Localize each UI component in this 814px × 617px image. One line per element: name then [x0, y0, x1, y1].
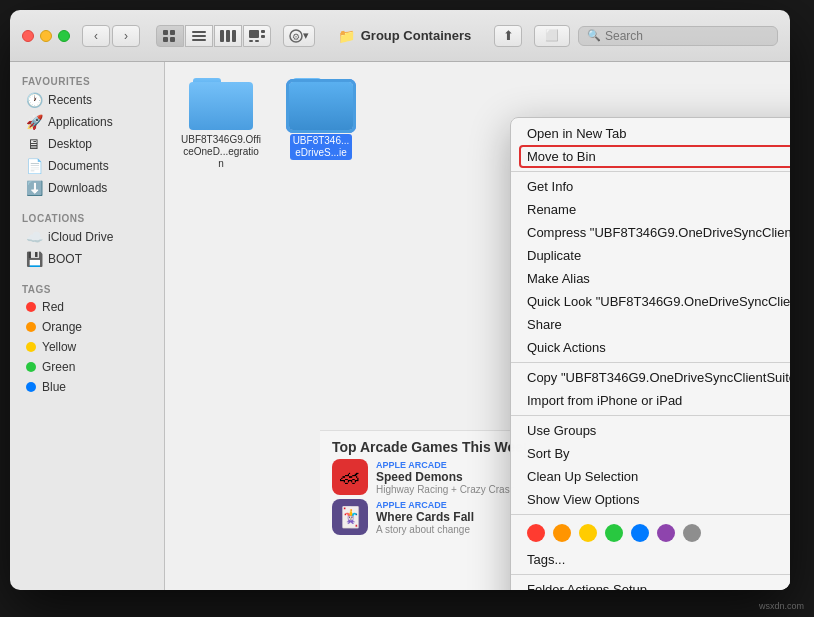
menu-item-use-groups[interactable]: Use Groups — [511, 419, 790, 442]
menu-separator-1 — [511, 171, 790, 172]
watermark: wsxdn.com — [759, 601, 804, 611]
sidebar-item-documents[interactable]: 📄 Documents — [14, 155, 160, 177]
blue-label: Blue — [42, 380, 66, 394]
action-dropdown-button[interactable]: ⚙ ▾ — [283, 25, 315, 47]
blue-tag-dot — [26, 382, 36, 392]
tag-color-purple[interactable] — [657, 524, 675, 542]
boot-label: BOOT — [48, 252, 82, 266]
sidebar-item-red[interactable]: Red — [14, 297, 160, 317]
menu-item-rename[interactable]: Rename — [511, 198, 790, 221]
tag-color-orange[interactable] — [553, 524, 571, 542]
share-button[interactable]: ⬆ — [494, 25, 522, 47]
main-content: Favourites 🕐 Recents 🚀 Applications 🖥 De… — [10, 62, 790, 590]
menu-item-tags[interactable]: Tags... — [511, 548, 790, 571]
locations-section-label: Locations — [10, 207, 164, 226]
sidebar-item-desktop[interactable]: 🖥 Desktop — [14, 133, 160, 155]
search-input[interactable] — [605, 29, 765, 43]
tag-color-red[interactable] — [527, 524, 545, 542]
sidebar-item-orange[interactable]: Orange — [14, 317, 160, 337]
menu-item-compress[interactable]: Compress "UBF8T346G9.OneDriveSyncClientS… — [511, 221, 790, 244]
orange-tag-dot — [26, 322, 36, 332]
svg-rect-7 — [220, 30, 224, 42]
svg-rect-14 — [255, 40, 259, 42]
svg-rect-0 — [163, 30, 168, 35]
title-bar: ‹ › — [10, 10, 790, 62]
sidebar-item-boot[interactable]: 💾 BOOT — [14, 248, 160, 270]
tag-color-yellow[interactable] — [579, 524, 597, 542]
favourites-section-label: Favourites — [10, 70, 164, 89]
finder-window: ‹ › — [10, 10, 790, 590]
file-item-1[interactable]: UBF8T346G9.OfficeOneD...egration — [181, 78, 261, 170]
sidebar-item-yellow[interactable]: Yellow — [14, 337, 160, 357]
desktop-icon: 🖥 — [26, 136, 42, 152]
tag-color-gray[interactable] — [683, 524, 701, 542]
context-menu: Open in New Tab Move to Bin Get Info Ren… — [510, 117, 790, 590]
menu-item-quick-actions[interactable]: Quick Actions ▶ — [511, 336, 790, 359]
green-label: Green — [42, 360, 75, 374]
menu-item-move-to-bin[interactable]: Move to Bin — [511, 145, 790, 168]
menu-separator-2 — [511, 362, 790, 363]
sidebar: Favourites 🕐 Recents 🚀 Applications 🖥 De… — [10, 62, 165, 590]
close-button[interactable] — [22, 30, 34, 42]
column-view-button[interactable] — [214, 25, 242, 47]
menu-item-show-view[interactable]: Show View Options — [511, 488, 790, 511]
svg-rect-6 — [192, 39, 206, 41]
sidebar-item-recents[interactable]: 🕐 Recents — [14, 89, 160, 111]
menu-item-open-tab[interactable]: Open in New Tab — [511, 122, 790, 145]
sidebar-item-applications[interactable]: 🚀 Applications — [14, 111, 160, 133]
app-icon-1: 🏎 — [332, 459, 368, 495]
menu-separator-3 — [511, 415, 790, 416]
svg-rect-2 — [163, 37, 168, 42]
menu-item-folder-actions[interactable]: Folder Actions Setup... — [511, 578, 790, 590]
svg-rect-3 — [170, 37, 175, 42]
icloud-icon: ☁️ — [26, 229, 42, 245]
orange-label: Orange — [42, 320, 82, 334]
tags-section-label: Tags — [10, 278, 164, 297]
menu-separator-4 — [511, 514, 790, 515]
menu-item-sort-by[interactable]: Sort By ▶ — [511, 442, 790, 465]
menu-item-quick-look[interactable]: Quick Look "UBF8T346G9.OneDriveSyncClien… — [511, 290, 790, 313]
sidebar-item-icloud[interactable]: ☁️ iCloud Drive — [14, 226, 160, 248]
gallery-view-button[interactable] — [243, 25, 271, 47]
desktop-label: Desktop — [48, 137, 92, 151]
forward-button[interactable]: › — [112, 25, 140, 47]
menu-separator-5 — [511, 574, 790, 575]
applications-icon: 🚀 — [26, 114, 42, 130]
menu-item-make-alias[interactable]: Make Alias — [511, 267, 790, 290]
recents-label: Recents — [48, 93, 92, 107]
boot-icon: 💾 — [26, 251, 42, 267]
svg-rect-12 — [261, 35, 265, 38]
app-icon-2: 🃏 — [332, 499, 368, 535]
search-bar[interactable]: 🔍 — [578, 26, 778, 46]
applications-label: Applications — [48, 115, 113, 129]
file-item-2[interactable]: UBF8T346...eDriveS...ie — [281, 78, 361, 170]
downloads-label: Downloads — [48, 181, 107, 195]
menu-item-get-info[interactable]: Get Info — [511, 175, 790, 198]
icon-view-button[interactable] — [156, 25, 184, 47]
svg-rect-4 — [192, 31, 206, 33]
tag-color-blue[interactable] — [631, 524, 649, 542]
maximize-button[interactable] — [58, 30, 70, 42]
svg-rect-13 — [249, 40, 253, 42]
svg-rect-11 — [261, 30, 265, 33]
menu-item-duplicate[interactable]: Duplicate — [511, 244, 790, 267]
menu-item-clean-up[interactable]: Clean Up Selection — [511, 465, 790, 488]
back-button[interactable]: ‹ — [82, 25, 110, 47]
menu-item-copy[interactable]: Copy "UBF8T346G9.OneDriveSyncClientSuite… — [511, 366, 790, 389]
list-view-button[interactable] — [185, 25, 213, 47]
sidebar-item-blue[interactable]: Blue — [14, 377, 160, 397]
yellow-tag-dot — [26, 342, 36, 352]
green-tag-dot — [26, 362, 36, 372]
minimize-button[interactable] — [40, 30, 52, 42]
tag-color-green[interactable] — [605, 524, 623, 542]
view-buttons — [156, 25, 271, 47]
window-title-area: 📁 Group Containers — [323, 28, 486, 44]
documents-icon: 📄 — [26, 158, 42, 174]
menu-item-import[interactable]: Import from iPhone or iPad ▶ — [511, 389, 790, 412]
menu-item-share[interactable]: Share ▶ — [511, 313, 790, 336]
tag-button[interactable]: ⬜ — [534, 25, 570, 47]
tags-color-row — [511, 518, 790, 548]
file-area: UBF8T346G9.OfficeOneD...egration UBF8T34… — [165, 62, 790, 590]
sidebar-item-green[interactable]: Green — [14, 357, 160, 377]
sidebar-item-downloads[interactable]: ⬇️ Downloads — [14, 177, 160, 199]
